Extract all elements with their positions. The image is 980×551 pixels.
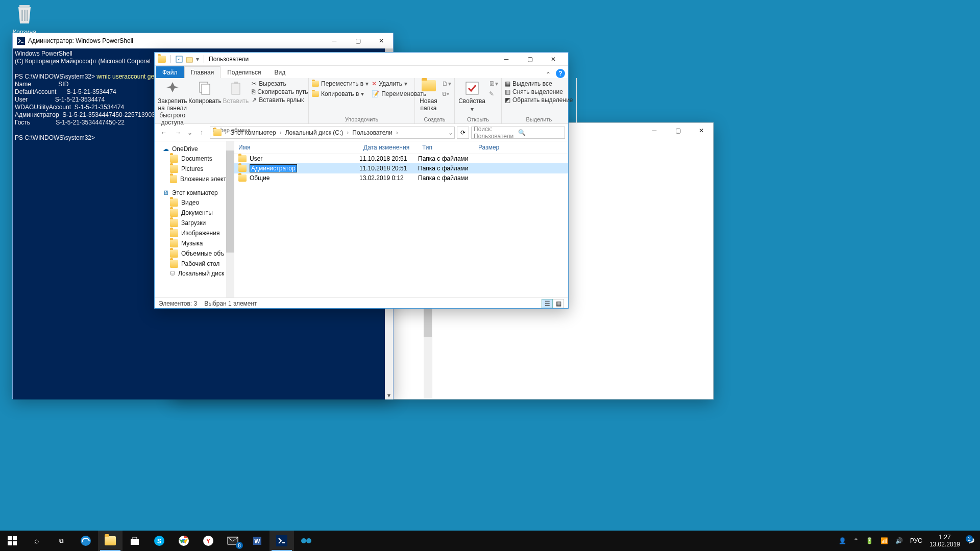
nav-onedrive[interactable]: ☁OneDrive xyxy=(155,144,226,154)
taskbar[interactable]: ⌕ ⧉ S Y 8 W 👤 ⌃ 🔋 📶 🔊 РУС 1:27 13.02.201… xyxy=(0,531,980,551)
table-row-selected[interactable]: Администратор 11.10.2018 20:51 Папка с ф… xyxy=(234,163,568,173)
pin-button[interactable]: Закрепить на панели быстрого доступа xyxy=(158,80,187,126)
crumb-drive[interactable]: Локальный диск (C:) xyxy=(283,128,346,137)
col-type[interactable]: Тип xyxy=(418,141,474,154)
close-button[interactable]: ✕ xyxy=(542,52,565,67)
nav-recent-button[interactable]: ⌄ xyxy=(186,127,193,139)
clock[interactable]: 1:27 13.02.2019 xyxy=(929,534,960,548)
invert-selection-button[interactable]: ◩Обратить выделение xyxy=(505,96,573,104)
maximize-button[interactable]: ▢ xyxy=(666,123,690,138)
new-folder-button[interactable]: Новая папка xyxy=(418,80,439,112)
address-bar[interactable]: › Этот компьютер› Локальный диск (C:)› П… xyxy=(210,127,455,139)
volume-icon[interactable]: 🔊 xyxy=(895,537,903,544)
taskbar-powershell[interactable] xyxy=(270,531,294,551)
nav-videos[interactable]: Видео xyxy=(155,197,226,208)
search-button[interactable]: ⌕ xyxy=(24,531,49,551)
maximize-button[interactable]: ▢ xyxy=(518,52,542,67)
qat-properties-icon[interactable] xyxy=(176,56,183,63)
refresh-button[interactable]: ⟳ xyxy=(457,127,469,139)
nav-documents[interactable]: Documents xyxy=(155,154,226,164)
wifi-icon[interactable]: 📶 xyxy=(880,537,888,544)
minimize-button[interactable]: ─ xyxy=(323,33,346,48)
move-to-button[interactable]: Переместить в ▾ xyxy=(312,80,369,87)
col-name[interactable]: Имя xyxy=(234,141,359,154)
tab-view[interactable]: Вид xyxy=(267,66,292,78)
taskbar-store[interactable] xyxy=(122,531,147,551)
nav-local-disk[interactable]: ⛁Локальный диск xyxy=(155,269,226,278)
nav-images[interactable]: Изображения xyxy=(155,228,226,238)
svg-text:W: W xyxy=(254,538,260,545)
tab-share[interactable]: Поделиться xyxy=(220,66,267,78)
crumb-this-pc[interactable]: Этот компьютер xyxy=(228,128,279,137)
table-row[interactable]: Общие 13.02.2019 0:12 Папка с файлами xyxy=(234,173,568,183)
taskbar-yandex[interactable]: Y xyxy=(196,531,220,551)
select-none-button[interactable]: ▥Снять выделение xyxy=(505,88,573,95)
cut-button[interactable]: ✂Вырезать xyxy=(252,80,308,87)
copy-button[interactable]: Копировать xyxy=(190,80,219,105)
minimize-button[interactable]: ─ xyxy=(495,52,518,67)
ps-titlebar[interactable]: Администратор: Windows PowerShell ─ ▢ ✕ xyxy=(13,33,393,48)
view-details-button[interactable]: ☰ xyxy=(542,299,553,308)
navigation-pane[interactable]: ☁OneDrive Documents Pictures Вложения эл… xyxy=(155,141,226,297)
taskbar-word[interactable]: W xyxy=(245,531,270,551)
select-all-button[interactable]: ▦Выделить все xyxy=(505,80,573,87)
maximize-button[interactable]: ▢ xyxy=(346,33,370,48)
nav-this-pc[interactable]: 🖥Этот компьютер xyxy=(155,188,226,197)
folder-icon xyxy=(312,91,319,97)
window-explorer[interactable]: ▾ Пользователи ─ ▢ ✕ Файл Главная Подели… xyxy=(154,52,569,309)
properties-button[interactable]: Свойства▾ xyxy=(458,80,486,113)
tab-home[interactable]: Главная xyxy=(184,66,221,78)
copy-to-button[interactable]: Копировать в ▾ xyxy=(312,90,369,97)
minimize-button[interactable]: ─ xyxy=(643,123,666,138)
nav-attachments[interactable]: Вложения элект xyxy=(155,174,226,184)
taskbar-chrome[interactable] xyxy=(172,531,196,551)
taskbar-edge[interactable] xyxy=(74,531,98,551)
crumb-users[interactable]: Пользователи xyxy=(350,128,395,137)
start-button[interactable] xyxy=(0,531,24,551)
nav-music[interactable]: Музыка xyxy=(155,238,226,248)
help-icon[interactable]: ? xyxy=(556,69,565,78)
close-button[interactable]: ✕ xyxy=(690,123,713,138)
addr-dropdown-icon[interactable]: ⌄ xyxy=(448,129,453,136)
address-bar-row: ← → ⌄ ↑ › Этот компьютер› Локальный диск… xyxy=(155,124,568,141)
nav-downloads[interactable]: Загрузки xyxy=(155,218,226,228)
people-icon[interactable]: 👤 xyxy=(839,537,846,544)
qat-newfolder-icon[interactable] xyxy=(186,56,193,63)
nav-docs[interactable]: Документы xyxy=(155,208,226,218)
task-view-button[interactable]: ⧉ xyxy=(49,531,74,551)
copy-path-button[interactable]: ⎘Скопировать путь xyxy=(252,88,308,95)
view-icons-button[interactable]: ▦ xyxy=(553,299,564,308)
taskbar-explorer[interactable] xyxy=(98,531,122,551)
taskbar-mail[interactable]: 8 xyxy=(220,531,245,551)
col-size[interactable]: Размер xyxy=(474,141,510,154)
column-headers[interactable]: Имя Дата изменения Тип Размер xyxy=(234,141,568,154)
paste-shortcut-button[interactable]: ↗Вставить ярлык xyxy=(252,96,308,104)
ribbon-tabs[interactable]: Файл Главная Поделиться Вид ⌃ ? xyxy=(155,66,568,78)
nav-up-button[interactable]: ↑ xyxy=(195,127,208,139)
nav-forward-button[interactable]: → xyxy=(172,127,184,139)
battery-icon[interactable]: 🔋 xyxy=(866,537,873,544)
explorer-qat[interactable]: ▾ Пользователи ─ ▢ ✕ xyxy=(155,53,568,66)
nav-desktop[interactable]: Рабочий стол xyxy=(155,259,226,269)
file-list[interactable]: Имя Дата изменения Тип Размер User 11.10… xyxy=(234,141,568,297)
nav-pictures[interactable]: Pictures xyxy=(155,164,226,174)
tray-expand-icon[interactable]: ⌃ xyxy=(853,537,859,544)
paste-button[interactable]: Вставить xyxy=(223,80,249,105)
ribbon-collapse-icon[interactable]: ⌃ xyxy=(546,71,551,78)
nav-3d[interactable]: Объемные объ xyxy=(155,248,226,259)
svg-text:S: S xyxy=(157,538,161,545)
action-center-icon[interactable]: 💬2 xyxy=(967,537,975,544)
navpane-scrollbar[interactable] xyxy=(226,141,234,297)
system-tray[interactable]: 👤 ⌃ 🔋 📶 🔊 РУС 1:27 13.02.2019 💬2 xyxy=(834,534,980,548)
col-date[interactable]: Дата изменения xyxy=(359,141,418,154)
language-indicator[interactable]: РУС xyxy=(910,537,922,544)
rename-input[interactable]: Администратор xyxy=(250,164,297,172)
search-input[interactable]: Поиск: Пользователи 🔍 xyxy=(471,127,565,139)
close-button[interactable]: ✕ xyxy=(370,33,393,48)
taskbar-skype[interactable]: S xyxy=(147,531,172,551)
nav-back-button[interactable]: ← xyxy=(158,127,170,139)
taskbar-app[interactable] xyxy=(294,531,318,551)
tab-file[interactable]: Файл xyxy=(156,66,184,78)
table-row[interactable]: User 11.10.2018 20:51 Папка с файлами xyxy=(234,154,568,163)
desktop-icon-recycle-bin[interactable]: Корзина xyxy=(5,2,44,36)
